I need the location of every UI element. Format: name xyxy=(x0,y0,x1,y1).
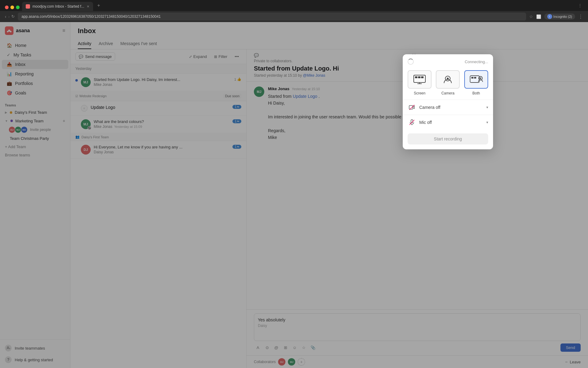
mention-tool[interactable]: @ xyxy=(272,344,280,352)
sidebar-item-mytasks[interactable]: ✓ My Tasks xyxy=(2,50,68,59)
sidebar-item-portfolios[interactable]: 💼 Portfolios xyxy=(2,79,68,88)
detail-subtitle-user[interactable]: @Mike Jonas xyxy=(303,73,325,78)
task-tool[interactable]: ⊞ xyxy=(281,344,289,352)
reload-button[interactable]: ↻ xyxy=(11,14,15,19)
detail-sender-name: Mike Jonas xyxy=(268,86,289,91)
msg3-badge: 1⇆ xyxy=(232,119,241,123)
invite-teammates-button[interactable]: Invite teammates xyxy=(0,342,70,354)
profile-chip[interactable]: I Incognito (2) xyxy=(544,13,575,20)
extensions-icon[interactable]: ⬜ xyxy=(536,14,541,19)
team-color-dot xyxy=(10,111,12,114)
url-bar[interactable]: app.asana.com/0/inbox/1203269616387050/1… xyxy=(18,13,526,21)
tab-close-icon[interactable]: ✕ xyxy=(87,5,89,9)
format-tool[interactable]: ☆ xyxy=(300,344,308,352)
connecting-label: Connecting... xyxy=(465,59,488,64)
camera-dropdown[interactable]: Camera off ▾ xyxy=(403,100,493,115)
screen-option-icon xyxy=(408,70,432,89)
back-button[interactable]: ‹ xyxy=(5,14,6,19)
new-tab-button[interactable]: + xyxy=(94,1,103,10)
sidebar-item-christmas-party[interactable]: Team Christmas Party xyxy=(0,134,70,143)
sidebar-item-reporting[interactable]: 📊 Reporting xyxy=(2,69,68,79)
add-to-marketing-icon[interactable]: + xyxy=(63,118,65,123)
leave-icon: ← xyxy=(565,360,569,364)
bold-tool[interactable]: A xyxy=(254,344,262,352)
sidebar-item-inbox[interactable]: 📥 Inbox xyxy=(2,60,68,69)
source-link[interactable]: Update Logo xyxy=(293,94,317,99)
browser-menu-icon[interactable]: ⋮ xyxy=(578,14,583,20)
tab-archive[interactable]: Archive xyxy=(99,39,113,49)
help-label: Help & getting started xyxy=(15,358,53,362)
invite-people-btn[interactable]: Invite people xyxy=(30,128,51,132)
msg1-preview: Started from Update Logo. Hi Daisy, Im i… xyxy=(94,77,231,82)
msg3-avatar-badge xyxy=(88,126,91,130)
mic-dropdown[interactable]: Mic off ▾ xyxy=(403,115,493,130)
modal-option-screen[interactable]: Screen xyxy=(407,70,432,95)
browse-teams-button[interactable]: Browse teams xyxy=(0,151,70,159)
tasks-icon: ✓ xyxy=(7,52,10,57)
portfolios-icon: 💼 xyxy=(7,81,12,86)
send-message-label: Send message xyxy=(85,54,112,59)
sidebar-team-marketing[interactable]: ▼ Marketing Team + xyxy=(0,117,70,125)
close-traffic-light[interactable] xyxy=(5,6,9,9)
home-icon: 🏠 xyxy=(7,43,12,48)
send-button[interactable]: Send xyxy=(560,343,581,352)
leave-button[interactable]: ← Leave xyxy=(565,360,581,364)
modal-spinner xyxy=(408,59,414,65)
asana-logo: asana xyxy=(5,26,30,35)
detail-message-time: Yesterday at 15:10 xyxy=(292,87,320,91)
help-button[interactable]: ? Help & getting started xyxy=(0,354,70,366)
msg2-badge: 1⇆ xyxy=(232,105,241,109)
emoji-tool[interactable]: ☺ xyxy=(291,344,299,352)
send-message-button[interactable]: 💬 Send message xyxy=(75,52,115,61)
svg-rect-19 xyxy=(409,105,413,109)
sidebar-item-goals-label: Goals xyxy=(15,90,26,95)
maximize-traffic-light[interactable] xyxy=(16,6,20,9)
modal-header: Connecting... xyxy=(403,54,493,68)
tab-messages-sent[interactable]: Messages I've sent xyxy=(120,39,157,49)
detail-avatar-mj: MJ xyxy=(254,86,264,97)
add-team-label: + Add Team xyxy=(5,144,26,149)
sidebar-item-home[interactable]: 🏠 Home xyxy=(2,41,68,50)
forward-button[interactable]: › xyxy=(8,14,10,19)
svg-point-0 xyxy=(8,30,10,32)
attach-tool[interactable]: 📎 xyxy=(309,344,317,352)
reply-box-container: Yes absolutely Daisy A ⊙ @ ⊞ ☺ ☆ 📎 xyxy=(247,309,588,355)
add-collaborator-button[interactable]: + xyxy=(298,358,305,366)
filter-button[interactable]: ⊞ Filter xyxy=(212,53,230,60)
expand-icon: ⤢ xyxy=(189,55,192,59)
both-option-label: Both xyxy=(472,91,480,95)
sidebar-team-daisys[interactable]: ▶ Daisy's First Team xyxy=(0,108,70,117)
msg1-like: 1👍 xyxy=(234,77,241,81)
add-team-button[interactable]: + Add Team xyxy=(0,143,70,151)
message-item-3[interactable]: MJ What are the brand colours? Mike Jona… xyxy=(70,116,246,133)
start-recording-button[interactable]: Start recording xyxy=(408,133,488,144)
svg-point-3 xyxy=(7,347,9,348)
detail-subtitle-prefix: Started yesterday at 15:10 by xyxy=(254,73,302,78)
filter-icon: ⊞ xyxy=(214,55,217,59)
message-item-1[interactable]: MJ Started from Update Logo. Hi Daisy, I… xyxy=(70,74,246,91)
reply-box[interactable]: Yes absolutely Daisy xyxy=(254,313,581,341)
message-item-4[interactable]: DJ Hi Everyone, Let me know if you are h… xyxy=(70,141,246,159)
link-tool[interactable]: ⊙ xyxy=(263,344,271,352)
minimize-traffic-light[interactable] xyxy=(10,6,14,9)
main-content: Inbox Activity Archive Messages I've sen… xyxy=(70,22,588,368)
modal-option-both[interactable]: Both xyxy=(464,70,489,95)
msg3-avatar: MJ xyxy=(81,119,91,129)
bookmark-icon[interactable]: ☆ xyxy=(529,14,533,19)
message-item-2[interactable]: ○ Update Logo 1⇆ xyxy=(70,101,246,116)
tab-title: moodjoy.com Inbox - Started f... xyxy=(32,4,84,9)
both-option-icon xyxy=(464,70,488,89)
msg2-task-name: Update Logo xyxy=(91,105,229,110)
tab-activity[interactable]: Activity xyxy=(78,39,91,49)
sidebar-bottom: Invite teammates ? Help & getting starte… xyxy=(0,339,70,368)
browser-tab-active[interactable]: moodjoy.com Inbox - Started f... ✕ xyxy=(22,2,93,11)
sidebar-item-goals[interactable]: 🎯 Goals xyxy=(2,88,68,98)
modal-option-camera[interactable]: Camera xyxy=(435,70,460,95)
expand-button[interactable]: ⤢ Expand xyxy=(187,53,209,60)
msg2-task-icon: ○ xyxy=(81,105,88,112)
sidebar-menu-toggle[interactable]: ≡ xyxy=(62,28,65,33)
date-header: Yesterday xyxy=(70,64,246,74)
msg4-badge: 1⇆ xyxy=(232,145,241,149)
reply-tools: A ⊙ @ ⊞ ☺ ☆ 📎 xyxy=(254,344,317,352)
more-options-button[interactable]: ••• xyxy=(232,53,241,60)
